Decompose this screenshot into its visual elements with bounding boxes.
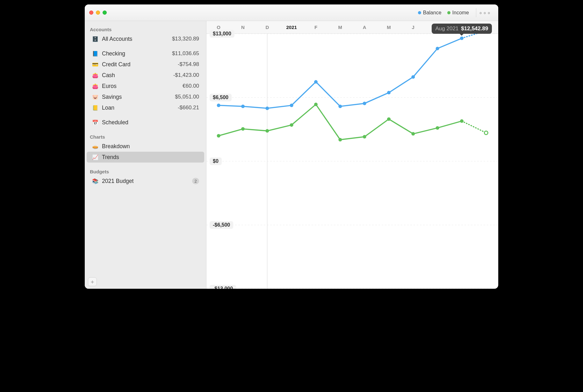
svg-point-10: [314, 80, 318, 83]
svg-point-20: [265, 129, 269, 133]
section-header-charts: Charts: [85, 132, 206, 141]
y-axis-label: -$6,500: [210, 221, 233, 229]
trends-chart[interactable]: $13,000$6,500$0-$6,500-$13,000Aug 2021$1…: [206, 34, 498, 289]
svg-point-22: [314, 103, 318, 106]
chart-tooltip: Aug 2021$12,542.89: [432, 24, 492, 34]
sidebar-item-label: Loan: [102, 105, 114, 111]
sidebar-item-amount: -$754.98: [178, 61, 199, 68]
sidebar-item-amount: $11,036.65: [172, 50, 199, 57]
sidebar-item-all-accounts[interactable]: 🗄️ All Accounts $13,320.89: [87, 33, 204, 44]
svg-point-18: [217, 134, 220, 138]
circle-icon: [447, 11, 450, 14]
y-axis-label: -$13,000: [210, 285, 236, 289]
month-column[interactable]: F: [304, 21, 328, 33]
app-window: Balance Income ∘∘∘ Accounts 🗄️ All Accou…: [85, 4, 498, 289]
sidebar-item-label: Breakdown: [102, 143, 130, 150]
minimize-icon[interactable]: [96, 11, 100, 15]
svg-point-8: [265, 106, 269, 110]
svg-point-6: [217, 104, 220, 107]
more-button[interactable]: ∘∘∘: [476, 8, 494, 17]
svg-point-13: [387, 91, 391, 94]
svg-point-28: [460, 119, 464, 123]
stack-icon: 📚: [92, 178, 99, 185]
month-column[interactable]: D: [255, 21, 279, 33]
add-button[interactable]: ＋: [88, 277, 97, 286]
circle-icon: [418, 11, 421, 14]
svg-point-27: [436, 126, 439, 130]
sidebar-item-loan[interactable]: 📒 Loan -$660.21: [87, 102, 204, 113]
sidebar-item-euros[interactable]: 👛 Euros €60.00: [87, 81, 204, 91]
inbox-icon: 🗄️: [92, 35, 99, 42]
sidebar-item-amount: -$1,423.00: [173, 72, 199, 78]
month-column[interactable]: M: [377, 21, 401, 33]
section-header-budgets: Budgets: [85, 166, 206, 176]
close-icon[interactable]: [89, 11, 93, 15]
month-column[interactable]: A: [352, 21, 377, 33]
credit-card-icon: 💳: [92, 61, 99, 68]
sidebar-item-savings[interactable]: 🐷 Savings $5,051.00: [87, 91, 204, 102]
sidebar-item-label: All Accounts: [102, 36, 132, 42]
fullscreen-icon[interactable]: [103, 11, 107, 15]
wallet-icon: 👛: [92, 83, 99, 90]
plus-icon: ＋: [90, 278, 95, 286]
ledger-icon: 📒: [92, 104, 99, 111]
wallet-icon: 👛: [92, 72, 99, 79]
y-axis-label: $13,000: [210, 30, 234, 38]
y-axis-label: $6,500: [210, 94, 232, 101]
svg-point-15: [436, 47, 439, 50]
sidebar-item-label: Checking: [102, 50, 125, 57]
sidebar-item-checking[interactable]: 📘 Checking $11,036.65: [87, 48, 204, 59]
sidebar-item-label: Trends: [102, 154, 119, 161]
svg-point-29: [484, 131, 488, 134]
svg-point-25: [387, 117, 391, 121]
month-column[interactable]: J: [401, 21, 425, 33]
sidebar-item-breakdown[interactable]: 🥧 Breakdown: [87, 141, 204, 152]
checkbook-icon: 📘: [92, 50, 99, 57]
tooltip-month: Aug 2021: [435, 25, 459, 32]
ellipsis-icon: ∘∘∘: [479, 9, 491, 16]
sidebar-item-label: Cash: [102, 72, 115, 79]
sidebar-item-amount: -$660.21: [178, 105, 199, 111]
sidebar-item-trends[interactable]: 📈 Trends: [87, 152, 204, 163]
pie-chart-icon: 🥧: [92, 143, 99, 150]
month-column[interactable]: 2021: [279, 21, 304, 33]
legend-balance[interactable]: Balance: [418, 10, 442, 16]
sidebar-item-credit-card[interactable]: 💳 Credit Card -$754.98: [87, 59, 204, 70]
sidebar-item-amount: €60.00: [183, 83, 199, 89]
month-column[interactable]: M: [328, 21, 352, 33]
svg-point-23: [338, 138, 342, 142]
sidebar-item-label: Credit Card: [102, 61, 130, 68]
sidebar-item-label: 2021 Budget: [102, 178, 133, 185]
badge-count: 2: [192, 178, 199, 184]
main-content: OND2021FMAMJJAS $13,000$6,500$0-$6,500-$…: [206, 21, 498, 289]
sidebar-item-amount: $5,051.00: [175, 94, 199, 100]
piggy-bank-icon: 🐷: [92, 93, 99, 100]
y-axis-label: $0: [210, 157, 222, 165]
svg-point-26: [411, 132, 415, 135]
svg-point-11: [338, 105, 342, 108]
svg-point-14: [411, 75, 415, 79]
svg-point-9: [290, 104, 293, 107]
sidebar: Accounts 🗄️ All Accounts $13,320.89 📘 Ch…: [85, 21, 206, 289]
calendar-icon: 📅: [92, 119, 99, 126]
svg-point-16: [460, 37, 464, 40]
sidebar-item-label: Scheduled: [102, 119, 128, 126]
line-chart-icon: 📈: [92, 154, 99, 161]
chart-svg: [206, 34, 498, 289]
window-controls: [89, 11, 107, 15]
svg-point-7: [241, 105, 245, 108]
titlebar: Balance Income ∘∘∘: [85, 4, 498, 21]
sidebar-item-cash[interactable]: 👛 Cash -$1,423.00: [87, 70, 204, 81]
sidebar-item-budget-2021[interactable]: 📚 2021 Budget 2: [87, 176, 204, 186]
svg-point-24: [363, 135, 366, 139]
sidebar-item-label: Savings: [102, 94, 122, 100]
sidebar-item-amount: $13,320.89: [172, 36, 199, 42]
sidebar-item-scheduled[interactable]: 📅 Scheduled: [87, 117, 204, 128]
svg-point-19: [241, 127, 245, 131]
legend-income[interactable]: Income: [447, 10, 469, 16]
sidebar-item-label: Euros: [102, 83, 117, 90]
legend-balance-label: Balance: [423, 10, 442, 16]
legend-income-label: Income: [452, 10, 469, 16]
section-header-accounts: Accounts: [85, 24, 206, 33]
svg-point-12: [363, 102, 366, 105]
